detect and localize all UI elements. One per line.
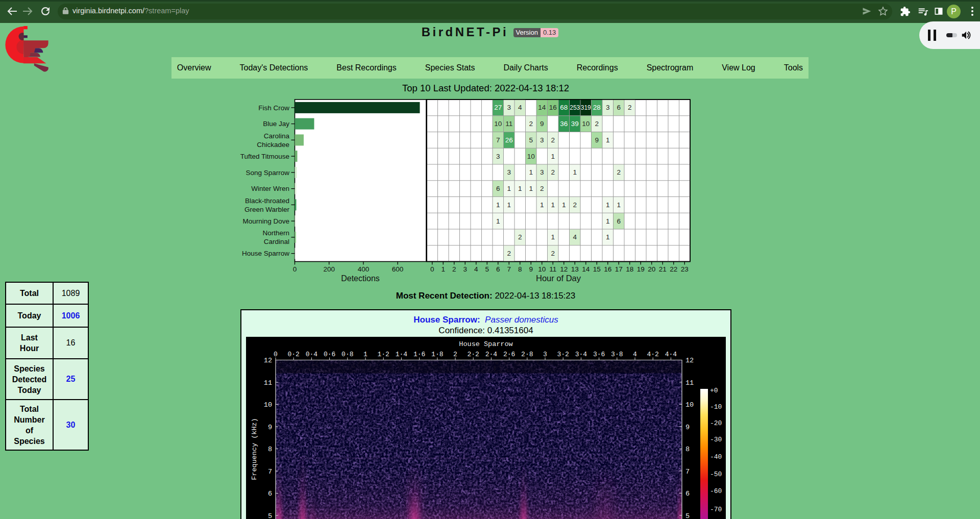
svg-text:2·6: 2·6	[503, 351, 515, 358]
svg-text:0: 0	[293, 265, 297, 273]
svg-text:26: 26	[505, 136, 513, 144]
svg-text:1: 1	[573, 168, 577, 176]
svg-text:2: 2	[540, 185, 544, 192]
svg-text:2: 2	[507, 250, 511, 257]
svg-text:5: 5	[529, 136, 533, 144]
svg-text:7: 7	[685, 468, 690, 476]
svg-text:8: 8	[268, 446, 272, 453]
svg-text:5: 5	[685, 512, 690, 519]
svg-text:Tufted Titmouse: Tufted Titmouse	[240, 153, 289, 160]
svg-text:319: 319	[581, 104, 591, 111]
svg-text:1: 1	[551, 233, 555, 241]
svg-text:0: 0	[430, 265, 434, 273]
svg-text:1: 1	[551, 153, 555, 160]
svg-text:3: 3	[543, 351, 547, 358]
svg-text:1·6: 1·6	[413, 351, 425, 358]
svg-text:2: 2	[551, 136, 555, 144]
svg-text:Winter Wren: Winter Wren	[251, 185, 289, 192]
svg-text:2: 2	[452, 265, 456, 273]
svg-text:Mourning Dove: Mourning Dove	[242, 217, 289, 225]
svg-text:28: 28	[593, 104, 601, 111]
svg-text:10: 10	[582, 120, 590, 128]
svg-text:6: 6	[496, 265, 500, 273]
svg-text:11: 11	[549, 265, 556, 273]
svg-text:12: 12	[685, 357, 694, 364]
svg-text:27: 27	[494, 104, 502, 111]
svg-text:9: 9	[268, 424, 272, 431]
svg-text:14: 14	[538, 104, 546, 111]
svg-text:8: 8	[685, 446, 690, 453]
svg-text:Blue Jay: Blue Jay	[263, 120, 289, 128]
svg-text:16: 16	[604, 265, 611, 273]
svg-text:15: 15	[593, 265, 601, 273]
svg-text:-50: -50	[710, 471, 722, 478]
svg-text:4: 4	[573, 233, 577, 241]
svg-text:4: 4	[518, 104, 522, 111]
svg-text:68: 68	[560, 104, 568, 111]
svg-text:3: 3	[507, 104, 511, 111]
svg-text:1: 1	[606, 201, 610, 209]
svg-text:11: 11	[264, 379, 272, 387]
svg-text:1: 1	[551, 201, 555, 209]
svg-text:Song Sparrow: Song Sparrow	[246, 169, 289, 177]
svg-text:3·8: 3·8	[611, 351, 623, 358]
svg-text:6: 6	[268, 490, 272, 498]
svg-text:Northern: Northern	[262, 229, 289, 237]
svg-text:4·2: 4·2	[647, 351, 658, 358]
svg-text:1·8: 1·8	[431, 351, 443, 358]
svg-text:18: 18	[626, 265, 633, 273]
svg-text:1·4: 1·4	[396, 351, 408, 358]
svg-text:17: 17	[615, 265, 623, 273]
svg-text:2: 2	[551, 168, 555, 176]
svg-text:3·6: 3·6	[593, 351, 605, 358]
svg-text:0: 0	[274, 351, 278, 358]
svg-text:Fish Crow: Fish Crow	[258, 104, 289, 112]
svg-text:9: 9	[685, 424, 690, 431]
svg-text:3·2: 3·2	[557, 351, 569, 358]
svg-text:-40: -40	[710, 453, 722, 461]
svg-text:2·4: 2·4	[485, 351, 498, 358]
svg-text:3: 3	[540, 168, 544, 176]
svg-text:9: 9	[540, 120, 544, 128]
svg-text:2: 2	[573, 201, 577, 209]
svg-text:36: 36	[560, 120, 568, 128]
svg-text:1: 1	[507, 185, 511, 192]
svg-text:2: 2	[595, 120, 599, 128]
svg-text:10: 10	[494, 120, 502, 128]
svg-text:0·8: 0·8	[341, 351, 353, 358]
svg-text:12: 12	[560, 265, 568, 273]
svg-text:Green Warbler: Green Warbler	[244, 206, 290, 213]
svg-text:2: 2	[453, 351, 457, 358]
svg-text:20: 20	[648, 265, 655, 273]
svg-text:1: 1	[606, 217, 610, 225]
svg-text:6: 6	[496, 185, 500, 192]
svg-text:6: 6	[617, 104, 621, 111]
svg-text:200: 200	[323, 265, 335, 273]
svg-text:2: 2	[529, 120, 533, 128]
svg-text:5: 5	[485, 265, 489, 273]
svg-text:-20: -20	[710, 419, 722, 427]
svg-text:0·4: 0·4	[306, 351, 318, 358]
svg-text:9: 9	[595, 136, 599, 144]
svg-text:16: 16	[549, 104, 557, 111]
svg-text:7: 7	[496, 136, 500, 144]
svg-text:400: 400	[358, 265, 370, 273]
svg-text:14: 14	[582, 265, 590, 273]
svg-text:1: 1	[496, 217, 500, 225]
svg-text:1: 1	[441, 265, 445, 273]
svg-text:7: 7	[268, 468, 272, 476]
svg-text:Black-throated: Black-throated	[245, 197, 289, 205]
svg-text:2: 2	[551, 250, 555, 257]
svg-text:3: 3	[463, 265, 467, 273]
svg-text:2: 2	[628, 104, 632, 111]
svg-text:4: 4	[474, 265, 478, 273]
svg-text:12: 12	[264, 357, 272, 364]
svg-text:6: 6	[617, 217, 621, 225]
svg-text:4·4: 4·4	[665, 351, 677, 358]
svg-text:-10: -10	[710, 403, 722, 411]
svg-text:-70: -70	[710, 506, 722, 513]
svg-text:-30: -30	[710, 436, 722, 443]
svg-text:2·8: 2·8	[521, 351, 533, 358]
svg-text:13: 13	[571, 265, 579, 273]
svg-text:10: 10	[685, 401, 694, 409]
